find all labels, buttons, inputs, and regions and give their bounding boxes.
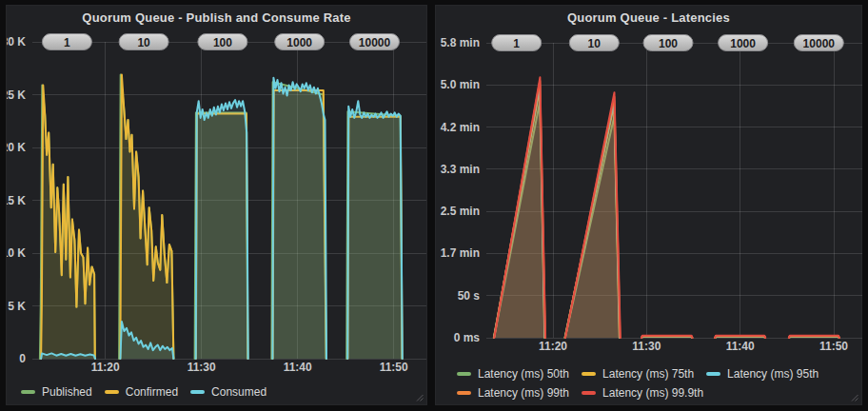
panel-title: Quorum Queue - Latencies	[567, 10, 730, 25]
x-tick-label: 11:20	[91, 361, 120, 374]
y-tick-label: 5 K	[8, 300, 26, 313]
legend-swatch	[457, 372, 471, 376]
legend-label: Latency (ms) 99th	[478, 386, 569, 400]
legend-swatch	[706, 372, 720, 376]
x-tick-label: 11:30	[632, 340, 661, 353]
y-tick-label: 0	[19, 352, 26, 365]
legend-swatch	[582, 391, 596, 395]
latencies-chart[interactable]: 0 ms50 s1.7 min2.5 min3.3 min4.2 min5.0 …	[436, 29, 863, 362]
y-tick-label: 10 K	[7, 246, 26, 260]
legend-swatch	[105, 390, 119, 394]
x-tick-label: 11:30	[187, 361, 216, 374]
x-axis-labels: 11:2011:3011:4011:50	[539, 340, 848, 353]
annotation-pill-10[interactable]: 10	[119, 34, 168, 50]
grafana-dashboard: Quorum Queue - Publish and Consume Rate …	[0, 0, 868, 411]
y-tick-label: 25 K	[7, 88, 26, 102]
legend-label: Latency (ms) 50th	[478, 367, 569, 381]
publish-consume-rate-chart[interactable]: 05 K10 K15 K20 K25 K30 K11:2011:3011:401…	[7, 29, 428, 383]
legend-swatch	[582, 372, 596, 376]
annotation-pill-10[interactable]: 10	[569, 35, 619, 51]
panel-header[interactable]: Quorum Queue - Latencies	[436, 6, 861, 29]
annotation-pill-label: 100	[659, 37, 678, 50]
series-latency-ms-50th	[494, 100, 838, 338]
x-tick-label: 11:20	[539, 340, 567, 353]
x-tick-label: 11:40	[284, 361, 312, 374]
y-tick-label: 2.5 min	[441, 205, 480, 218]
legend-item-latency-ms-75th[interactable]: Latency (ms) 75th	[582, 367, 694, 381]
annotation-pill-1[interactable]: 1	[42, 34, 91, 50]
annotation-pill-label: 100	[213, 36, 232, 49]
y-tick-label: 30 K	[7, 35, 26, 49]
legend-item-consumed[interactable]: Consumed	[190, 385, 266, 399]
annotation-pill-label: 10000	[803, 37, 836, 50]
legend-item-latency-ms-50th[interactable]: Latency (ms) 50th	[457, 367, 569, 381]
annotation-pill-label: 1	[64, 36, 70, 49]
legend-label: Consumed	[211, 385, 266, 399]
panel-resize-handle-icon[interactable]	[415, 393, 424, 401]
legend-swatch	[457, 391, 471, 395]
y-tick-label: 1.7 min	[441, 246, 480, 260]
annotation-pill-1[interactable]: 1	[492, 35, 542, 51]
legend-label: Latency (ms) 99.9th	[602, 386, 703, 400]
annotation-pill-label: 10	[588, 37, 602, 50]
x-axis-labels: 11:2011:3011:4011:50	[91, 361, 408, 374]
x-tick-label: 11:50	[819, 340, 848, 353]
legend-label: Latency (ms) 95th	[727, 367, 819, 381]
annotation-pill-label: 10	[137, 36, 150, 49]
legend: PublishedConfirmedConsumed	[21, 383, 266, 401]
panel-publish-consume-rate: Quorum Queue - Publish and Consume Rate …	[6, 5, 427, 405]
panel-title: Quorum Queue - Publish and Consume Rate	[82, 10, 350, 25]
legend-swatch	[21, 390, 35, 394]
series-latency-ms-99th	[494, 81, 839, 338]
panel-latencies: Quorum Queue - Latencies 0 ms50 s1.7 min…	[435, 5, 862, 405]
panel-resize-handle-icon[interactable]	[850, 393, 858, 401]
legend: Latency (ms) 50thLatency (ms) 75thLatenc…	[457, 365, 819, 401]
x-tick-label: 11:40	[726, 340, 755, 353]
y-tick-label: 50 s	[458, 289, 481, 303]
legend-label: Confirmed	[126, 385, 178, 399]
annotation-pill-100[interactable]: 100	[643, 35, 693, 51]
y-axis-labels: 05 K10 K15 K20 K25 K30 K	[7, 35, 26, 365]
legend-item-latency-ms-99th[interactable]: Latency (ms) 99th	[457, 386, 569, 400]
y-tick-label: 15 K	[7, 194, 26, 207]
legend-label: Latency (ms) 75th	[602, 367, 694, 381]
x-tick-label: 11:50	[380, 361, 408, 374]
legend-item-latency-ms-95th[interactable]: Latency (ms) 95th	[706, 367, 819, 381]
annotation-pill-100[interactable]: 100	[198, 34, 247, 50]
legend-item-published[interactable]: Published	[21, 385, 92, 399]
panel-header[interactable]: Quorum Queue - Publish and Consume Rate	[7, 6, 426, 29]
annotation-pill-label: 10000	[359, 36, 391, 49]
annotation-pill-10000[interactable]: 10000	[350, 34, 400, 50]
y-tick-label: 4.2 min	[441, 121, 480, 134]
y-axis-labels: 0 ms50 s1.7 min2.5 min3.3 min4.2 min5.0 …	[441, 36, 481, 344]
legend-label: Published	[42, 385, 92, 399]
y-tick-label: 0 ms	[454, 331, 481, 344]
y-tick-label: 20 K	[7, 141, 26, 154]
annotation-pill-label: 1000	[730, 37, 756, 50]
annotation-pill-label: 1	[513, 37, 520, 50]
legend-swatch	[190, 390, 205, 394]
annotation-pill-10000[interactable]: 10000	[794, 35, 843, 51]
y-tick-label: 3.3 min	[441, 163, 480, 176]
annotation-pill-label: 1000	[286, 36, 312, 49]
y-tick-label: 5.0 min	[441, 78, 480, 91]
legend-item-latency-ms-99-9th[interactable]: Latency (ms) 99.9th	[582, 386, 703, 400]
legend-item-confirmed[interactable]: Confirmed	[105, 385, 178, 399]
annotation-pill-1000[interactable]: 1000	[719, 35, 768, 51]
annotation-pill-1000[interactable]: 1000	[275, 34, 325, 50]
y-tick-label: 5.8 min	[441, 36, 480, 49]
series-latency-ms-99-9th	[494, 77, 839, 338]
